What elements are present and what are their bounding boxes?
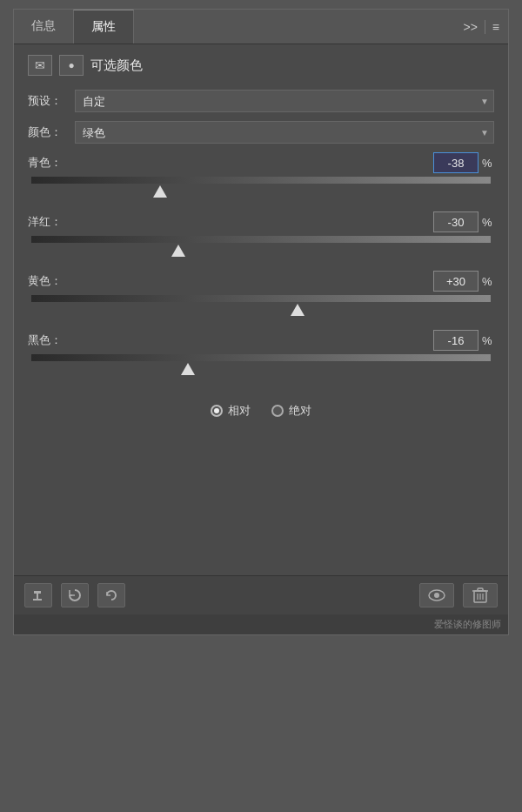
method-radio-group: 相对 绝对 [28,389,494,426]
eye-history-button[interactable] [61,583,89,607]
tab-actions: >> ≡ [454,10,508,44]
header-row: 可选颜色 [28,55,494,76]
radio-absolute[interactable]: 绝对 [271,403,311,419]
trash-icon [472,587,488,604]
radio-relative-circle [211,405,223,417]
yellow-input[interactable] [433,271,478,292]
svg-rect-2 [34,591,41,594]
black-track-wrapper[interactable] [28,354,494,377]
forward-icon[interactable]: >> [463,20,477,34]
yellow-label: 黄色： [28,273,68,289]
pin-button[interactable] [24,583,52,607]
magenta-slider-section: 洋红： % [28,211,494,258]
black-track [31,354,491,361]
magenta-thumb-container [31,245,491,258]
cyan-thumb[interactable] [153,185,167,198]
undo-icon [104,587,119,603]
eye-history-icon [67,587,83,603]
preset-row: 预设： 自定 ▼ [28,90,494,112]
black-slider-section: 黑色： % [28,330,494,377]
tab-info[interactable]: 信息 [14,10,73,44]
cyan-value-wrapper: % [433,152,494,173]
black-value-wrapper: % [433,330,494,351]
black-row: 黑色： % [28,330,494,351]
radio-relative[interactable]: 相对 [211,403,251,419]
preset-select[interactable]: 自定 [75,90,494,112]
radio-absolute-label: 绝对 [289,403,311,419]
svg-rect-0 [33,599,42,601]
magenta-thumb[interactable] [171,245,185,257]
yellow-value-wrapper: % [433,271,494,292]
visibility-icon [428,588,445,602]
panel-content: 可选颜色 预设： 自定 ▼ 颜色： 红色 黄色 绿色 青色 蓝色 [14,44,508,436]
tab-properties[interactable]: 属性 [73,10,134,44]
yellow-track [31,295,491,302]
yellow-unit: % [482,275,494,288]
magenta-input[interactable] [433,211,478,232]
divider [485,20,485,34]
pin-icon [30,587,46,603]
black-unit: % [482,334,494,347]
black-input[interactable] [433,330,478,351]
radio-relative-label: 相对 [228,403,251,419]
cyan-slider-section: 青色： % [28,152,494,199]
magenta-track-wrapper[interactable] [28,236,494,258]
cyan-track-wrapper[interactable] [28,177,494,199]
color-select[interactable]: 红色 黄色 绿色 青色 蓝色 洋红 白色 中性色 黑色 [75,121,494,144]
radio-absolute-circle [271,405,284,417]
color-label: 颜色： [28,124,68,140]
undo-button[interactable] [97,583,125,607]
cyan-input[interactable] [433,152,478,173]
cyan-unit: % [482,157,494,170]
magenta-unit: % [482,216,494,229]
yellow-track-wrapper[interactable] [28,295,494,318]
cyan-label: 青色： [28,155,68,171]
yellow-slider-section: 黄色： % [28,271,494,318]
svg-point-5 [434,593,439,598]
magenta-track [31,236,491,243]
yellow-thumb-container [31,304,491,318]
envelope-icon-btn[interactable] [28,55,52,76]
preset-label: 预设： [28,93,68,109]
svg-point-3 [70,594,72,596]
section-title: 可选颜色 [90,57,143,74]
color-select-wrapper: 红色 黄色 绿色 青色 蓝色 洋红 白色 中性色 黑色 ▼ [75,121,494,144]
watermark: 爱怪谈的修图师 [14,614,508,634]
magenta-row: 洋红： % [28,211,494,232]
magenta-label: 洋红： [28,214,68,230]
tab-bar: 信息 属性 >> ≡ [14,10,508,44]
circle-icon-btn[interactable] [59,55,84,76]
menu-icon[interactable]: ≡ [492,20,499,34]
color-row: 颜色： 红色 黄色 绿色 青色 蓝色 洋红 白色 中性色 黑色 ▼ [28,121,494,144]
preset-select-wrapper: 自定 ▼ [75,90,494,112]
black-thumb[interactable] [181,363,195,375]
trash-button[interactable] [463,583,498,607]
black-thumb-container [31,363,491,377]
cyan-thumb-container [31,185,491,199]
bottom-toolbar [14,575,508,614]
magenta-value-wrapper: % [433,211,494,232]
yellow-thumb[interactable] [291,304,304,316]
cyan-row: 青色： % [28,152,494,173]
eye-button[interactable] [419,583,454,607]
yellow-row: 黄色： % [28,271,494,292]
cyan-track [31,177,491,184]
black-label: 黑色： [28,332,68,348]
